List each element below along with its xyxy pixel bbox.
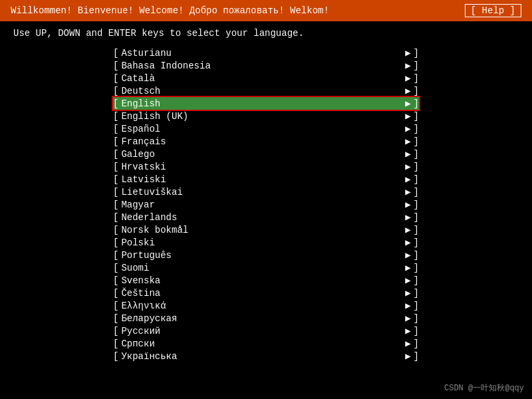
arrow-icon: ▶ [405, 300, 410, 311]
language-item[interactable]: [ Norsk bokmål▶] [113, 223, 419, 236]
header-bar: Willkommen! Bienvenue! Welcome! Добро по… [0, 0, 532, 21]
language-name: Suomi [121, 263, 405, 273]
language-item[interactable]: [ Lietuviškai▶] [113, 186, 419, 198]
bracket-open: [ [113, 301, 118, 311]
language-item[interactable]: [ Українська▶] [113, 350, 419, 362]
bracket-open: [ [113, 73, 118, 84]
bracket-close: ] [414, 313, 419, 324]
language-item[interactable]: [ Magyar▶] [113, 198, 419, 211]
arrow-icon: ▶ [405, 110, 410, 122]
arrow-icon: ▶ [405, 275, 410, 286]
instruction-text: Use UP, DOWN and ENTER keys to select yo… [0, 21, 532, 44]
arrow-icon: ▶ [405, 199, 410, 210]
bracket-open: [ [113, 200, 118, 210]
language-item[interactable]: [ Беларуская▶] [113, 312, 419, 325]
language-name: Lietuviškai [121, 187, 405, 198]
bracket-close: ] [414, 250, 419, 261]
arrow-icon: ▶ [405, 60, 410, 71]
language-list: [ Asturianu▶][ Bahasa Indonesia▶][ Catal… [0, 44, 532, 365]
bracket-close: ] [414, 86, 419, 96]
arrow-icon: ▶ [405, 98, 410, 109]
language-name: Svenska [121, 275, 405, 286]
language-item[interactable]: [ Svenska▶] [113, 274, 419, 287]
language-item[interactable]: [ Latviski▶] [113, 173, 419, 186]
language-item[interactable]: [ Bahasa Indonesia▶] [113, 59, 419, 72]
bracket-close: ] [414, 351, 419, 362]
arrow-icon: ▶ [405, 338, 410, 349]
language-name: Українська [121, 351, 405, 362]
language-name: Galego [121, 149, 405, 160]
language-name: Hrvatski [121, 162, 405, 172]
language-item[interactable]: [ Deutsch▶] [113, 84, 419, 97]
bracket-close: ] [414, 212, 419, 223]
language-item[interactable]: [ Hrvatski▶] [113, 160, 419, 173]
language-item[interactable]: [ Suomi▶] [113, 261, 419, 274]
language-name: Français [121, 136, 405, 147]
language-name: English [121, 98, 405, 109]
bracket-close: ] [414, 61, 419, 71]
bracket-open: [ [113, 225, 118, 235]
arrow-icon: ▶ [405, 186, 410, 198]
arrow-icon: ▶ [405, 148, 410, 160]
language-name: Polski [121, 237, 405, 248]
bracket-close: ] [414, 98, 419, 109]
arrow-icon: ▶ [405, 224, 410, 235]
language-item[interactable]: [ Српски▶] [113, 337, 419, 350]
language-item[interactable]: [ Asturianu▶] [113, 47, 419, 59]
language-name: Deutsch [121, 86, 405, 96]
language-item[interactable]: [ Nederlands▶] [113, 211, 419, 223]
language-name: Русский [121, 326, 405, 336]
language-item[interactable]: [ English▶] [113, 97, 419, 110]
arrow-icon: ▶ [405, 136, 410, 147]
language-name: Català [121, 73, 405, 84]
bracket-close: ] [414, 111, 419, 122]
language-name: Српски [121, 338, 405, 349]
language-item[interactable]: [ Galego▶] [113, 148, 419, 160]
arrow-icon: ▶ [405, 47, 410, 59]
header-title: Willkommen! Bienvenue! Welcome! Добро по… [11, 5, 329, 16]
arrow-icon: ▶ [405, 174, 410, 185]
bracket-open: [ [113, 61, 118, 71]
bracket-close: ] [414, 225, 419, 235]
bracket-open: [ [113, 326, 118, 336]
bracket-open: [ [113, 162, 118, 172]
language-name: Magyar [121, 200, 405, 210]
arrow-icon: ▶ [405, 262, 410, 273]
bracket-open: [ [113, 351, 118, 362]
bracket-open: [ [113, 250, 118, 261]
arrow-icon: ▶ [405, 313, 410, 324]
language-name: Беларуская [121, 313, 405, 324]
bracket-open: [ [113, 275, 118, 286]
bracket-open: [ [113, 98, 118, 109]
language-name: Čeština [121, 288, 405, 299]
bracket-open: [ [113, 313, 118, 324]
language-name: English (UK) [121, 111, 405, 122]
language-item[interactable]: [ Polski▶] [113, 236, 419, 249]
arrow-icon: ▶ [405, 287, 410, 299]
language-item[interactable]: [ Русский▶] [113, 325, 419, 337]
arrow-icon: ▶ [405, 85, 410, 96]
language-item[interactable]: [ Čeština▶] [113, 287, 419, 299]
bracket-open: [ [113, 124, 118, 134]
language-name: Asturianu [121, 48, 405, 59]
language-item[interactable]: [ Ελληνικά▶] [113, 299, 419, 312]
bracket-open: [ [113, 212, 118, 223]
bracket-close: ] [414, 275, 419, 286]
bracket-close: ] [414, 338, 419, 349]
language-item[interactable]: [ Català▶] [113, 72, 419, 84]
language-name: Bahasa Indonesia [121, 61, 405, 71]
bracket-close: ] [414, 301, 419, 311]
arrow-icon: ▶ [405, 350, 410, 362]
bracket-close: ] [414, 200, 419, 210]
language-item[interactable]: [ English (UK)▶] [113, 110, 419, 122]
bracket-close: ] [414, 124, 419, 134]
bracket-open: [ [113, 338, 118, 349]
language-item[interactable]: [ Español▶] [113, 122, 419, 135]
bracket-open: [ [113, 187, 118, 198]
language-item[interactable]: [ Français▶] [113, 135, 419, 148]
language-item[interactable]: [ Português▶] [113, 249, 419, 261]
bracket-close: ] [414, 187, 419, 198]
language-name: Norsk bokmål [121, 225, 405, 235]
bracket-open: [ [113, 174, 118, 185]
help-button[interactable]: [ Help ] [465, 4, 521, 17]
